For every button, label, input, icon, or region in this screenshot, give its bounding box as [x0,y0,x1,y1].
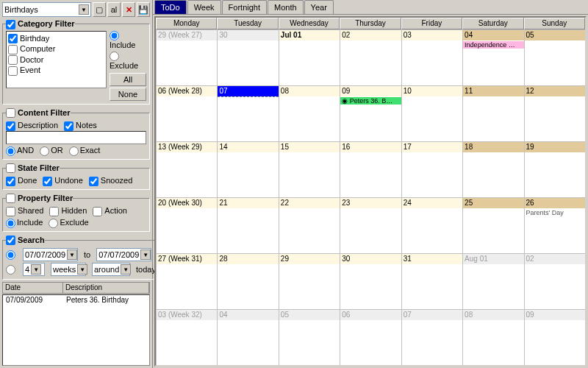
state-filter-toggle[interactable]: State Filter [6,163,60,172]
calendar-cell[interactable]: 03 [401,30,462,85]
content-filter-group: Content Filter Description Notes AND OR … [2,108,150,160]
calendar-cell[interactable]: 10 [401,86,462,141]
calendar-event[interactable]: Independence … [463,41,523,49]
calendar-cell[interactable]: 23 [340,198,401,253]
category-item-event[interactable]: Event [8,65,104,76]
state-snoozed[interactable]: Snoozed [89,176,132,186]
sidebar: Birthdays ▼ ▢ al ✕ 💾 Category Filter Bir… [0,0,153,368]
tab-todo[interactable]: ToDo [154,0,187,14]
calendar-cell[interactable]: 09◉ Peters 36. B… [340,86,401,141]
search-toggle[interactable]: Search [6,236,45,244]
calendar-cell[interactable]: 27 (Week 31) [156,254,217,309]
calendar-event[interactable]: Parents' Day [525,209,585,216]
calendar-cell[interactable]: 29 [279,254,340,309]
calendar-cell[interactable]: 26Parents' Day [524,198,585,253]
calendar-cell[interactable]: 31 [401,254,462,309]
calendar-cell[interactable]: 30 [340,254,401,309]
calendar-cell[interactable]: 08 [279,86,340,141]
category-item-computer[interactable]: Computer [8,43,104,54]
calendar-cell[interactable]: 15 [279,142,340,197]
tab-month[interactable]: Month [268,0,304,14]
calendar-cell[interactable]: 20 (Week 30) [156,198,217,253]
calendar-cell[interactable]: 05 [279,310,340,365]
search-unit[interactable]: weeks▼ [51,263,86,276]
chevron-down-icon: ▼ [31,264,41,275]
prop-shared[interactable]: Shared [6,206,43,216]
tab-year[interactable]: Year [304,0,334,14]
calendar-cell[interactable]: 12 [524,86,585,141]
calendar-cell[interactable]: 11 [462,86,523,141]
category-list[interactable]: Birthday Computer Doctor Event [6,31,107,88]
calendar-cell[interactable]: 24 [401,198,462,253]
calendar-cell[interactable]: 05 [524,30,585,85]
calendar-cell[interactable]: 17 [401,142,462,197]
calendar-cell[interactable]: 14 [217,142,278,197]
content-mode-exact[interactable]: Exact [69,146,101,156]
calendar-day-number: 21 [218,198,278,208]
category-selector[interactable]: Birthdays ▼ [2,2,91,17]
calendar-cell[interactable]: 06 (Week 28) [156,86,217,141]
al-button[interactable]: al [107,2,121,17]
results-list[interactable]: 07/09/2009 Peters 36. Birthday [2,294,150,366]
calendar-cell[interactable]: 02 [340,30,401,85]
search-rel[interactable]: around▼ [92,263,130,276]
dayhdr-thu: Thursday [340,18,401,29]
content-desc-check[interactable]: Description [6,121,58,131]
calendar-cell[interactable]: 13 (Week 29) [156,142,217,197]
search-mode-range[interactable] [6,250,15,260]
category-none-button[interactable]: None [110,88,146,101]
category-mode-include[interactable]: Include [110,31,146,50]
state-done[interactable]: Done [6,176,37,186]
category-mode-exclude[interactable]: Exclude [110,51,146,70]
calendar-cell[interactable]: 07 [401,310,462,365]
calendar-cell[interactable]: 04 [217,310,278,365]
tab-week[interactable]: Week [187,0,221,14]
calendar-cell[interactable]: 25 [462,198,523,253]
content-filter-input[interactable] [6,131,146,144]
state-undone[interactable]: Undone [43,176,83,186]
content-mode-and[interactable]: AND [6,146,34,156]
category-filter-toggle[interactable]: Category Filter [6,19,75,28]
prop-mode-include[interactable]: Include [6,218,43,228]
calendar-cell[interactable]: 29 (Week 27) [156,30,217,85]
chevron-down-icon: ▼ [77,264,87,275]
category-item-birthday[interactable]: Birthday [8,33,104,44]
search-count[interactable]: 4▼ [23,263,45,276]
calendar-cell[interactable]: 07 [217,86,278,141]
calendar-cell[interactable]: Jul 01 [279,30,340,85]
search-to-date[interactable]: 07/07/2009▼ [96,248,151,261]
calendar-cell[interactable]: 18 [462,142,523,197]
prop-hidden[interactable]: Hidden [49,206,87,216]
calendar-cell[interactable]: 28 [217,254,278,309]
save-button[interactable]: 💾 [137,2,150,17]
results-row[interactable]: 07/09/2009 Peters 36. Birthday [4,296,148,304]
calendar-cell[interactable]: 09 [524,310,585,365]
tab-fortnight[interactable]: Fortnight [222,0,267,14]
results-col-desc[interactable]: Description [63,283,149,293]
search-mode-relative[interactable] [6,265,15,275]
calendar-cell[interactable]: Aug 01 [462,254,523,309]
prop-action[interactable]: Action [93,206,127,216]
category-item-doctor[interactable]: Doctor [8,54,104,66]
calendar-cell[interactable]: 08 [462,310,523,365]
calendar-cell[interactable]: 19 [524,142,585,197]
content-mode-or[interactable]: OR [40,146,63,156]
search-from-date[interactable]: 07/07/2009▼ [23,248,78,261]
calendar-cell[interactable]: 16 [340,142,401,197]
content-notes-check[interactable]: Notes [64,121,97,131]
calendar-cell[interactable]: 06 [340,310,401,365]
prop-mode-exclude[interactable]: Exclude [49,218,88,228]
calendar-cell[interactable]: 02 [524,254,585,309]
delete-button[interactable]: ✕ [122,2,135,17]
results-col-date[interactable]: Date [3,283,63,293]
category-all-button[interactable]: All [110,73,146,86]
calendar-cell[interactable]: 30 [217,30,278,85]
content-filter-toggle[interactable]: Content Filter [6,108,71,117]
calendar-event[interactable]: ◉ Peters 36. B… [340,97,401,105]
calendar-cell[interactable]: 21 [217,198,278,253]
calendar-cell[interactable]: 03 (Week 32) [156,310,217,365]
new-button[interactable]: ▢ [93,2,106,17]
calendar-cell[interactable]: 04Independence … [462,30,523,85]
property-filter-toggle[interactable]: Property Filter [6,194,73,202]
calendar-cell[interactable]: 22 [279,198,340,253]
